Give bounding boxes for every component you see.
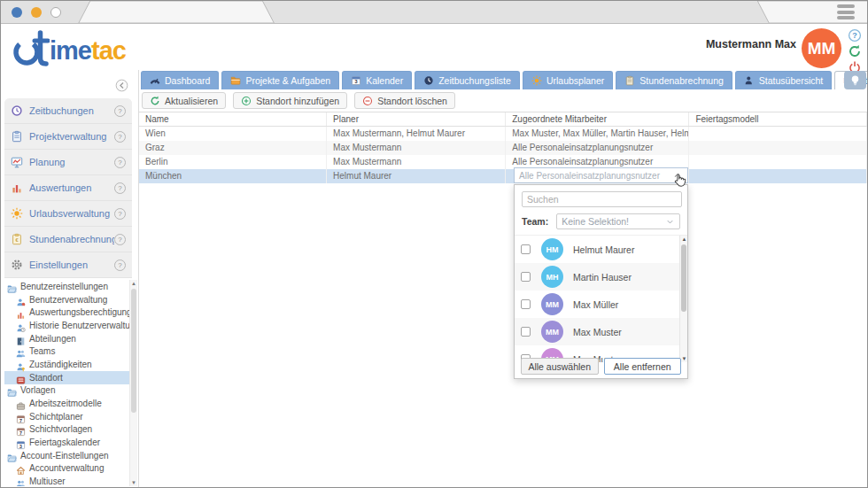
- combo-editor-value: Alle Personaleinsatzplanungsnutzer: [519, 171, 660, 181]
- tree-item[interactable]: Abteilungen: [4, 332, 129, 345]
- cell-name: Berlin: [139, 155, 327, 169]
- table-body: Wien Max Mustermann, Helmut Maurer Max M…: [139, 127, 867, 183]
- column-header[interactable]: Zugeordnete Mitarbeiter: [506, 112, 689, 126]
- tree-item[interactable]: Multiuser: [4, 475, 129, 486]
- tree-item[interactable]: Account-Einstellungen: [4, 449, 129, 462]
- svg-text:3: 3: [355, 79, 358, 84]
- sidebar-item[interactable]: Auswertungen ?: [4, 175, 132, 201]
- hamburger-icon[interactable]: [837, 4, 855, 22]
- tree-item[interactable]: Auswertungsberechtigungen: [4, 306, 129, 319]
- user-checkbox[interactable]: [521, 272, 531, 282]
- mitarbeiter-combo-editor[interactable]: Alle Personaleinsatzplanungsnutzer: [514, 167, 688, 183]
- tree-scrollbar[interactable]: ▲ ▼: [129, 280, 137, 486]
- tree-item[interactable]: Benutzereinstellungen: [4, 280, 129, 293]
- traffic-light-white[interactable]: [50, 7, 61, 18]
- remove-all-button[interactable]: Alle entfernen: [604, 358, 682, 375]
- toolbar-button[interactable]: Standort hinzufügen: [233, 92, 347, 109]
- user-list-item[interactable]: HM Helmut Maurer: [515, 236, 679, 263]
- search-input[interactable]: [522, 191, 682, 207]
- user-list-item[interactable]: MH Martin Hauser: [515, 263, 679, 290]
- tree-scroll-down-icon[interactable]: ▼: [130, 480, 137, 485]
- tree-item-label: Auswertungsberechtigungen: [29, 307, 129, 317]
- help-badge[interactable]: ?: [114, 234, 126, 245]
- tree-scroll-thumb[interactable]: [131, 289, 136, 413]
- tree-item[interactable]: Historie Benutzerverwaltung: [4, 319, 129, 332]
- help-badge[interactable]: ?: [114, 131, 126, 143]
- lightbulb-button[interactable]: [844, 71, 866, 89]
- board-icon: [11, 156, 23, 168]
- table-row[interactable]: Wien Max Mustermann, Helmut Maurer Max M…: [139, 127, 867, 141]
- tree-scroll-up-icon[interactable]: ▲: [130, 281, 137, 286]
- tab[interactable]: Projekte & Aufgaben: [221, 71, 339, 89]
- chevron-up-icon[interactable]: [672, 170, 683, 181]
- user-checkbox[interactable]: [521, 244, 531, 254]
- traffic-light-blue[interactable]: [12, 7, 22, 18]
- calendar3-icon: 3: [16, 438, 26, 447]
- table-row[interactable]: Graz Max Mustermann Alle Personaleinsatz…: [139, 141, 867, 155]
- cell-name: Wien: [139, 127, 327, 141]
- cell-feiertagsmodell: [689, 169, 867, 183]
- tree-item[interactable]: Zuständigkeiten: [4, 358, 129, 371]
- sidebar-collapse-button[interactable]: [115, 79, 128, 92]
- toolbar-button[interactable]: Aktualisieren: [142, 92, 226, 109]
- team-select-value: Keine Selektion!: [562, 216, 629, 227]
- tab[interactable]: 3 Kalender: [342, 71, 412, 89]
- tab-label: Dashboard: [165, 75, 210, 86]
- select-all-button[interactable]: Alle auswählen: [521, 358, 599, 375]
- tab[interactable]: Statusübersicht: [735, 71, 832, 89]
- scroll-up-icon[interactable]: ▲: [680, 236, 687, 242]
- toolbar-button[interactable]: Standort löschen: [354, 92, 455, 109]
- table-header: Name Planer Zugeordnete Mitarbeiter Feie…: [139, 112, 867, 127]
- tree-item[interactable]: Arbeitszeitmodelle: [4, 397, 129, 410]
- tree-item[interactable]: Standort: [4, 371, 129, 384]
- help-badge[interactable]: ?: [114, 157, 126, 168]
- column-header[interactable]: Feiertagsmodell: [689, 112, 867, 126]
- traffic-light-yellow[interactable]: [31, 7, 42, 18]
- help-badge[interactable]: ?: [114, 182, 126, 194]
- help-badge[interactable]: ?: [114, 208, 126, 220]
- tree-item[interactable]: Benutzerverwaltung: [4, 293, 129, 306]
- settings-tree: Benutzereinstellungen Benutzerverwaltung…: [4, 280, 129, 486]
- column-header[interactable]: Name: [139, 112, 327, 126]
- sidebar-item[interactable]: Zeitbuchungen ?: [4, 98, 132, 124]
- sidebar-item[interactable]: Einstellungen ?: [4, 252, 132, 278]
- help-badge[interactable]: ?: [114, 259, 126, 271]
- user-list-scrollbar[interactable]: ▲ ▼: [679, 236, 687, 362]
- briefcase-icon: [16, 399, 26, 408]
- sidebar-item[interactable]: € Stundenabrechnung ?: [4, 227, 132, 252]
- column-header[interactable]: Planer: [327, 112, 506, 126]
- user-list-item[interactable]: MM Max Muster: [515, 318, 679, 345]
- sidebar-item[interactable]: Planung ?: [4, 150, 132, 175]
- user-checkbox[interactable]: [521, 327, 531, 337]
- avatar[interactable]: MM: [802, 28, 841, 68]
- scroll-thumb[interactable]: [681, 244, 686, 312]
- tab[interactable]: Dashboard: [141, 71, 219, 89]
- tree-item[interactable]: 3 Feiertagskalender: [4, 436, 129, 449]
- help-circle-icon[interactable]: ?: [848, 28, 862, 43]
- tree-item[interactable]: 7 Schichtplaner: [4, 410, 129, 423]
- tree-item[interactable]: Accountverwaltung: [4, 462, 129, 476]
- tree-item[interactable]: Teams: [4, 345, 129, 358]
- tree-item-label: Historie Benutzerverwaltung: [29, 321, 129, 330]
- table-row[interactable]: München Helmut Maurer: [139, 169, 867, 183]
- team-select[interactable]: Keine Selektion!: [556, 213, 680, 229]
- cell-planer: Max Mustermann, Helmut Maurer: [327, 127, 506, 141]
- clock-icon: [423, 75, 434, 86]
- table-row[interactable]: Berlin Max Mustermann Alle Personaleinsa…: [139, 155, 867, 169]
- cell-planer: Max Mustermann: [327, 141, 506, 155]
- tab[interactable]: Urlaubsplaner: [523, 71, 613, 89]
- help-badge[interactable]: ?: [114, 105, 126, 117]
- user-list-item[interactable]: MM Max Müller: [515, 290, 679, 318]
- sidebar-item-label: Projektverwaltung: [29, 131, 114, 142]
- tree-item[interactable]: 7 Schichtvorlagen: [4, 423, 129, 437]
- sidebar-item[interactable]: Urlaubsverwaltung ?: [4, 201, 132, 227]
- folder-orange-icon: [230, 75, 241, 86]
- tab[interactable]: Zeitbuchungsliste: [415, 71, 520, 89]
- tab[interactable]: Stundenabrechnung: [616, 71, 732, 89]
- svg-text:?: ?: [852, 31, 857, 40]
- refresh-icon[interactable]: [848, 44, 862, 58]
- sidebar-item[interactable]: Projektverwaltung ?: [4, 124, 132, 150]
- tree-item[interactable]: Vorlagen: [4, 384, 129, 398]
- user-checkbox[interactable]: [521, 299, 531, 309]
- plus-circle-icon: [241, 96, 252, 106]
